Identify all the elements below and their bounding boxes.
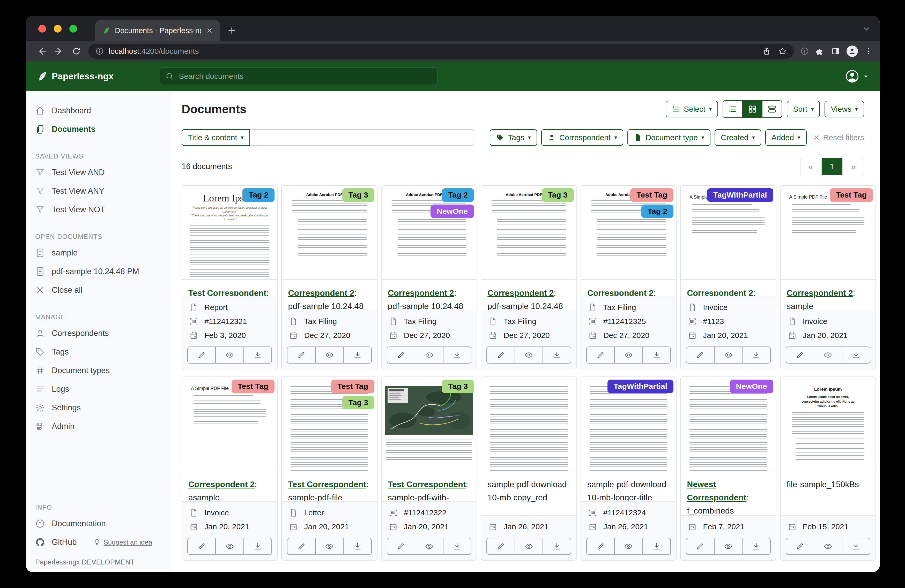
correspondent-link[interactable]: Correspondent 2 xyxy=(787,288,853,298)
download-button[interactable] xyxy=(343,538,371,555)
sidebar-item-close-all[interactable]: Close all xyxy=(26,281,171,300)
filter-added-button[interactable]: Added▾ xyxy=(765,129,807,146)
filter-field-button[interactable]: Title & content▾ xyxy=(182,129,250,146)
back-button[interactable] xyxy=(36,46,46,56)
preview-button[interactable] xyxy=(215,538,243,555)
filter-correspondent-button[interactable]: Correspondent▾ xyxy=(541,129,624,146)
pagination-page-1[interactable]: 1 xyxy=(821,158,842,175)
correspondent-link[interactable]: Test Correspondent xyxy=(388,480,466,489)
bookmark-star-icon[interactable] xyxy=(778,46,787,56)
address-bar[interactable]: localhost:4200/documents xyxy=(89,44,794,59)
download-button[interactable] xyxy=(642,538,670,555)
filter-text-input[interactable] xyxy=(250,129,475,146)
document-thumbnail[interactable]: Tag 3 xyxy=(382,377,476,471)
document-thumbnail[interactable]: Lorem ipsumLorem ipsum dolor sit amet, c… xyxy=(781,377,875,471)
app-brand[interactable]: Paperless-ngx xyxy=(36,71,114,82)
tag-badge[interactable]: Tag 3 xyxy=(342,396,375,410)
sidebar-item-logs[interactable]: Logs xyxy=(26,380,171,398)
global-search[interactable] xyxy=(160,68,438,85)
tag-badge[interactable]: Tag 3 xyxy=(542,188,574,202)
preview-button[interactable] xyxy=(814,347,841,363)
minimize-window-button[interactable] xyxy=(54,25,62,33)
sidebar-item-saved-view-and[interactable]: Test View AND xyxy=(26,163,171,182)
correspondent-link[interactable]: Correspondent 2 xyxy=(288,288,354,298)
download-button[interactable] xyxy=(243,538,272,555)
download-button[interactable] xyxy=(742,538,770,555)
download-button[interactable] xyxy=(842,347,870,363)
browser-menu-kebab-icon[interactable] xyxy=(864,47,873,55)
sidebar-item-document-types[interactable]: Document types xyxy=(26,361,171,380)
download-button[interactable] xyxy=(543,347,570,363)
preview-button[interactable] xyxy=(614,538,642,555)
maximize-window-button[interactable] xyxy=(69,25,77,33)
preview-button[interactable] xyxy=(514,347,543,363)
preview-button[interactable] xyxy=(514,538,543,555)
views-button[interactable]: Views▾ xyxy=(824,101,864,117)
list-view-button[interactable] xyxy=(723,101,742,117)
edit-button[interactable] xyxy=(786,538,814,555)
preview-button[interactable] xyxy=(215,347,243,363)
document-thumbnail[interactable] xyxy=(481,377,576,471)
download-button[interactable] xyxy=(343,347,371,363)
tag-badge[interactable]: Tag 2 xyxy=(641,204,673,218)
reset-filters-button[interactable]: Reset filters xyxy=(813,133,864,142)
document-thumbnail[interactable]: NewOne xyxy=(681,377,776,471)
sidebar-item-github[interactable]: GitHub xyxy=(26,533,86,552)
correspondent-link[interactable]: Correspondent 2 xyxy=(587,288,654,296)
select-button[interactable]: Select▾ xyxy=(666,101,718,117)
tag-badge[interactable]: Tag 3 xyxy=(442,380,474,393)
edit-button[interactable] xyxy=(686,347,714,363)
edit-button[interactable] xyxy=(786,347,814,363)
document-thumbnail[interactable]: A Simple PDF File TagWithPartial xyxy=(681,185,776,280)
grid-view-button[interactable] xyxy=(742,101,762,117)
edit-button[interactable] xyxy=(487,538,514,555)
forward-button[interactable] xyxy=(54,46,64,56)
sidebar-item-dashboard[interactable]: Dashboard xyxy=(26,101,171,120)
edit-button[interactable] xyxy=(188,538,215,555)
sidebar-item-saved-view-not[interactable]: Test View NOT xyxy=(26,200,171,219)
pagination-prev-button[interactable]: « xyxy=(800,158,821,175)
download-button[interactable] xyxy=(642,347,670,363)
tag-badge[interactable]: Test Tag xyxy=(630,188,673,202)
sidebar-item-settings[interactable]: Settings xyxy=(26,398,171,417)
document-thumbnail[interactable]: Adobe Acrobat PDF Files Tag 3 xyxy=(481,185,576,280)
extensions-puzzle-icon[interactable] xyxy=(816,46,825,56)
tag-badge[interactable]: NewOne xyxy=(430,204,474,218)
correspondent-link[interactable]: Correspondent 2 xyxy=(687,288,753,296)
edit-button[interactable] xyxy=(188,347,215,363)
correspondent-link[interactable]: Correspondent 2 xyxy=(388,288,454,298)
tab-close-icon[interactable] xyxy=(206,27,213,34)
extension-badge-icon[interactable] xyxy=(800,46,809,56)
tag-badge[interactable]: NewOne xyxy=(730,380,773,393)
share-icon[interactable] xyxy=(762,47,771,55)
correspondent-link[interactable]: Test Correspondent xyxy=(288,480,366,489)
sort-button[interactable]: Sort▾ xyxy=(787,101,820,117)
document-thumbnail[interactable]: A Simple PDF File Test Tag xyxy=(182,377,277,471)
edit-button[interactable] xyxy=(587,347,614,363)
preview-button[interactable] xyxy=(714,347,742,363)
document-thumbnail[interactable]: Lorem Ipsum"Neque porro quisquam est qui… xyxy=(182,185,277,280)
document-thumbnail[interactable]: Test TagTag 3 xyxy=(282,377,377,471)
correspondent-link[interactable]: Test Correspondent xyxy=(188,288,267,296)
browser-tab[interactable]: Documents - Paperless-ngx xyxy=(95,20,220,41)
tag-badge[interactable]: Tag 2 xyxy=(442,188,474,202)
edit-button[interactable] xyxy=(487,347,514,363)
site-info-icon[interactable] xyxy=(95,47,104,55)
preview-button[interactable] xyxy=(415,538,443,555)
correspondent-link[interactable]: Newest Correspondent xyxy=(687,480,746,502)
sidebar-item-open-doc-pdf-sample[interactable]: pdf-sample 10.24.48 PM xyxy=(26,262,171,281)
edit-button[interactable] xyxy=(287,538,315,555)
edit-button[interactable] xyxy=(587,538,614,555)
correspondent-link[interactable]: Correspondent 2 xyxy=(487,288,554,298)
close-window-button[interactable] xyxy=(38,25,46,33)
tag-badge[interactable]: Tag 3 xyxy=(342,188,375,202)
preview-button[interactable] xyxy=(714,538,742,555)
suggest-idea-link[interactable]: Suggest an idea xyxy=(93,538,152,546)
tag-badge[interactable]: Test Tag xyxy=(830,188,873,202)
download-button[interactable] xyxy=(742,347,770,363)
preview-button[interactable] xyxy=(814,538,841,555)
side-panel-icon[interactable] xyxy=(831,46,840,56)
pagination-next-button[interactable]: » xyxy=(842,158,864,175)
tag-badge[interactable]: TagWithPartial xyxy=(608,380,674,393)
sidebar-item-admin[interactable]: Admin xyxy=(26,417,171,436)
